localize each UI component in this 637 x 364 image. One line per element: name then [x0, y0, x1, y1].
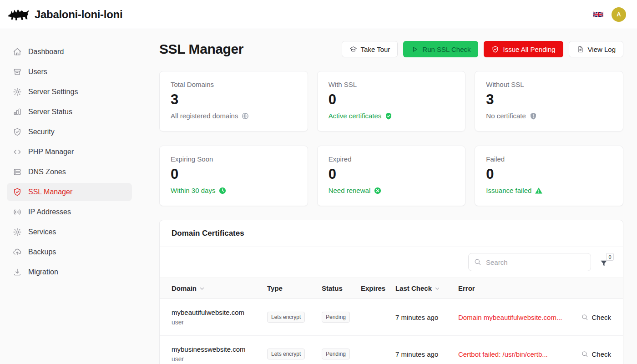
- stat-card-total-domains: Total Domains 3 All registered domains: [159, 71, 308, 131]
- status-badge: Pending: [322, 312, 350, 323]
- archive-box-icon: [13, 67, 22, 76]
- table-row[interactable]: mybusinesswebsite.com user Lets encrypt …: [160, 336, 623, 364]
- sidebar-item-label: Backups: [28, 248, 56, 256]
- domain-owner: user: [172, 318, 267, 326]
- sidebar-item-services[interactable]: Services: [7, 223, 132, 241]
- sidebar-item-label: Security: [28, 128, 55, 136]
- search-icon: [474, 258, 481, 266]
- stat-card-with-ssl: With SSL 0 Active certificates: [317, 71, 466, 131]
- stat-footer-text: Active certificates: [329, 112, 382, 120]
- domain-cell: mybeautifulwebsite.com user: [172, 308, 267, 326]
- column-header-last-check[interactable]: Last Check: [395, 284, 458, 292]
- stat-cards: Total Domains 3 All registered domains W…: [159, 71, 623, 206]
- stat-footer-text: No certificate: [486, 112, 526, 120]
- broadcast-icon: [13, 207, 22, 217]
- table-header-row: Domain Type Status Expires Last Check Er…: [160, 278, 623, 299]
- shield-check-icon: [384, 112, 393, 120]
- search-icon: [581, 313, 588, 321]
- stat-card-expired: Expired 0 Need renewal: [317, 146, 466, 206]
- run-ssl-check-label: Run SSL Check: [422, 46, 470, 53]
- sidebar-item-users[interactable]: Users: [7, 63, 132, 81]
- error-cell: Domain mybeautifulwebsite.com...: [458, 313, 564, 321]
- boar-logo-icon: [7, 6, 30, 23]
- stat-card-without-ssl: Without SSL 3 No certificate: [475, 71, 623, 131]
- check-label: Check: [592, 350, 611, 358]
- sidebar-item-label: Migration: [28, 268, 58, 276]
- sidebar-item-dashboard[interactable]: Dashboard: [7, 43, 132, 61]
- column-header-domain[interactable]: Domain: [172, 284, 267, 292]
- sidebar-item-dns-zones[interactable]: DNS Zones: [7, 163, 132, 181]
- sidebar-item-label: DNS Zones: [28, 168, 66, 176]
- stat-footer-text: Within 30 days: [171, 187, 215, 194]
- warning-triangle-icon: [535, 187, 543, 195]
- app-title: Jabaloni-loni-loni: [35, 8, 122, 21]
- graduation-cap-icon: [349, 46, 357, 53]
- gear-icon: [13, 87, 22, 96]
- sidebar-item-label: IP Addresses: [28, 208, 71, 216]
- chevron-down-icon: [434, 285, 440, 292]
- view-log-button[interactable]: View Log: [569, 41, 623, 57]
- shield-alert-icon: [529, 112, 537, 120]
- domain-cell: mybusinesswebsite.com user: [172, 345, 267, 363]
- stat-value: 0: [329, 166, 455, 182]
- sidebar-item-ssl-manager[interactable]: SSL Manager: [7, 183, 132, 201]
- check-button[interactable]: Check: [581, 350, 611, 358]
- brand[interactable]: Jabaloni-loni-loni: [7, 6, 122, 23]
- sidebar-item-migration[interactable]: Migration: [7, 263, 132, 281]
- type-badge: Lets encrypt: [267, 312, 305, 323]
- stat-value: 0: [486, 166, 612, 182]
- check-button[interactable]: Check: [581, 313, 611, 321]
- sidebar-item-label: Users: [28, 68, 47, 76]
- issue-all-pending-button[interactable]: Issue All Pending: [484, 41, 563, 57]
- bar-chart-icon: [13, 107, 22, 116]
- stat-value: 3: [171, 91, 297, 108]
- code-icon: [13, 147, 22, 157]
- take-tour-button[interactable]: Take Tour: [342, 41, 398, 57]
- stat-value: 3: [486, 91, 612, 108]
- document-icon: [576, 46, 584, 53]
- domain-name: mybeautifulwebsite.com: [172, 308, 267, 316]
- avatar[interactable]: A: [612, 7, 626, 22]
- error-cell: Certbot failed: /usr/bin/certb...: [458, 350, 564, 358]
- topbar: Jabaloni-loni-loni A: [0, 0, 637, 29]
- sidebar-item-server-status[interactable]: Server Status: [7, 103, 132, 121]
- uk-flag-icon[interactable]: [593, 11, 603, 18]
- search-icon: [581, 350, 588, 358]
- stat-footer-text: Need renewal: [329, 187, 371, 194]
- sidebar-item-label: Services: [28, 228, 56, 236]
- sidebar-item-backups[interactable]: Backups: [7, 243, 132, 261]
- domain-certificates-panel: Domain Certificates 0 Domain Type Status: [159, 220, 623, 364]
- sidebar-item-security[interactable]: Security: [7, 123, 132, 141]
- stat-label: Expiring Soon: [171, 155, 297, 163]
- download-icon: [13, 268, 22, 277]
- shield-check-icon: [13, 187, 22, 197]
- sidebar-item-label: Server Settings: [28, 88, 78, 96]
- stat-label: Without SSL: [486, 81, 612, 88]
- sidebar-item-label: Server Status: [28, 108, 72, 116]
- sidebar-item-label: SSL Manager: [28, 188, 72, 196]
- search-box: [468, 253, 591, 271]
- sidebar-item-label: PHP Manager: [28, 148, 74, 156]
- search-input[interactable]: [468, 253, 591, 271]
- filter-button[interactable]: 0: [599, 256, 611, 268]
- take-tour-label: Take Tour: [361, 46, 390, 53]
- domain-owner: user: [172, 355, 267, 363]
- sidebar-item-server-settings[interactable]: Server Settings: [7, 83, 132, 101]
- sidebar-item-php-manager[interactable]: PHP Manager: [7, 143, 132, 161]
- table-row[interactable]: mybeautifulwebsite.com user Lets encrypt…: [160, 299, 623, 336]
- run-ssl-check-button[interactable]: Run SSL Check: [403, 41, 478, 57]
- column-header-status: Status: [322, 284, 361, 292]
- server-stack-icon: [13, 167, 22, 177]
- page-title: SSL Manager: [159, 41, 243, 57]
- home-icon: [13, 47, 22, 56]
- circle-x-icon: [374, 187, 382, 195]
- domain-name: mybusinesswebsite.com: [172, 345, 267, 353]
- table-toolbar: 0: [160, 247, 623, 278]
- column-header-type: Type: [267, 284, 322, 292]
- sidebar-item-ip-addresses[interactable]: IP Addresses: [7, 203, 132, 221]
- sidebar: Dashboard Users Server Settings Server S…: [0, 29, 139, 364]
- last-check-cell: 7 minutes ago: [395, 313, 458, 321]
- page-actions: Take Tour Run SSL Check Issue All Pendin…: [342, 41, 623, 57]
- clock-icon: [218, 187, 227, 195]
- cloud-upload-icon: [13, 248, 22, 257]
